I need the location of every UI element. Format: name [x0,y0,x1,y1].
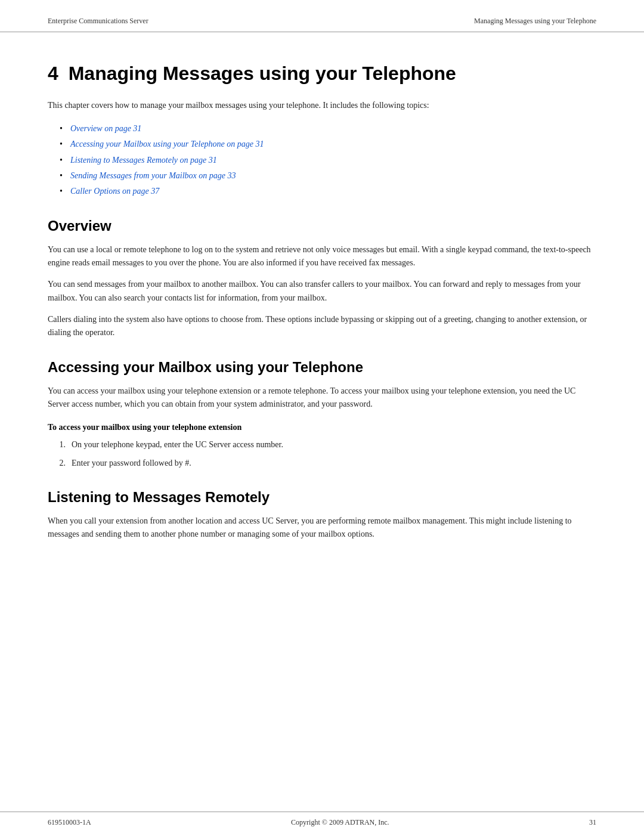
page: Enterprise Communications Server Managin… [0,0,644,833]
main-content: 4 Managing Messages using your Telephone… [0,32,644,597]
topic-link[interactable]: Sending Messages from your Mailbox on pa… [70,171,236,180]
header-right: Managing Messages using your Telephone [474,17,596,26]
body-paragraph: You can use a local or remote telephone … [48,243,596,270]
footer-right: 31 [589,818,596,827]
list-item: Sending Messages from your Mailbox on pa… [60,169,596,182]
footer-center: Copyright © 2009 ADTRAN, Inc. [291,818,389,827]
section-heading-overview: Overview [48,218,596,235]
list-item: Caller Options on page 37 [60,185,596,198]
page-footer: 619510003-1A Copyright © 2009 ADTRAN, In… [0,812,644,833]
topic-link[interactable]: Overview on page 31 [70,124,141,133]
listening-paragraphs: When you call your extension from anothe… [48,515,596,541]
list-item: Accessing your Mailbox using your Teleph… [60,138,596,151]
body-paragraph: You can send messages from your mailbox … [48,278,596,305]
header-left: Enterprise Communications Server [48,17,148,26]
intro-paragraph: This chapter covers how to manage your m… [48,99,596,112]
topic-link[interactable]: Listening to Messages Remotely on page 3… [70,156,217,165]
list-item: Overview on page 31 [60,122,596,135]
step-number: 1. [48,438,66,451]
step-number: 2. [48,457,66,470]
list-item: Listening to Messages Remotely on page 3… [60,154,596,167]
chapter-number: 4 [48,63,58,84]
overview-paragraphs: You can use a local or remote telephone … [48,243,596,340]
section-heading-listening: Listening to Messages Remotely [48,489,596,506]
topic-link[interactable]: Accessing your Mailbox using your Teleph… [70,140,264,148]
step-item: 2.Enter your password followed by #. [48,457,596,470]
step-item: 1.On your telephone keypad, enter the UC… [48,438,596,451]
section-heading-accessing: Accessing your Mailbox using your Teleph… [48,359,596,376]
topics-list: Overview on page 31Accessing your Mailbo… [60,122,596,199]
body-paragraph: You can access your mailbox using your t… [48,385,596,411]
chapter-title: 4 Managing Messages using your Telephone [48,62,596,85]
chapter-title-text: Managing Messages using your Telephone [69,63,456,84]
footer-left: 619510003-1A [48,818,91,827]
accessing-paragraphs: You can access your mailbox using your t… [48,385,596,411]
page-header: Enterprise Communications Server Managin… [0,0,644,32]
sub-heading-access: To access your mailbox using your teleph… [48,423,596,432]
body-paragraph: When you call your extension from anothe… [48,515,596,541]
topic-link[interactable]: Caller Options on page 37 [70,187,159,196]
steps-list: 1.On your telephone keypad, enter the UC… [48,438,596,470]
body-paragraph: Callers dialing into the system also hav… [48,313,596,340]
